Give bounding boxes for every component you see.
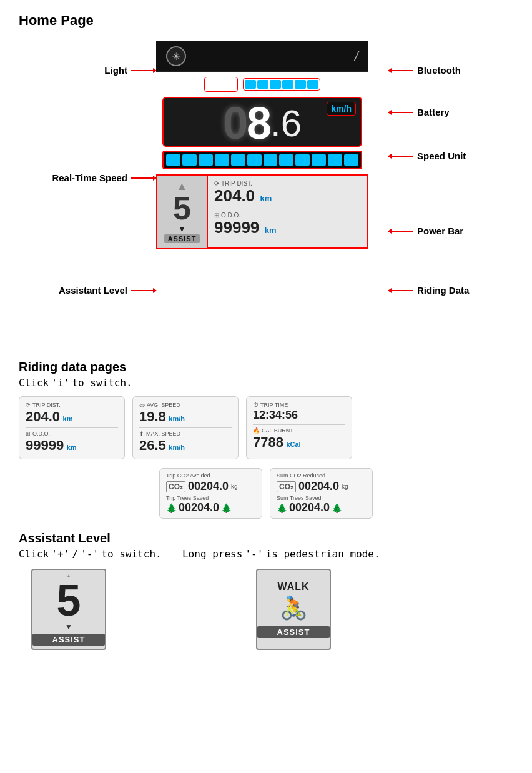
assist-subtitle-post: to switch. — [101, 548, 161, 560]
card2-avg-label: 🏎 AVG. SPEED — [139, 402, 232, 408]
co2-icon: CO₂ — [166, 481, 185, 492]
card1-odo-label: ⊞ O.D.O. — [26, 431, 118, 437]
light-annotation: Light — [104, 65, 156, 76]
subtitle-post: to switch. — [72, 377, 132, 389]
battery-cell — [270, 80, 281, 89]
power-bar-annotation: Power Bar — [388, 226, 463, 236]
power-cell — [247, 154, 262, 166]
assist-minus-key: '-' — [81, 548, 99, 560]
subtitle-key: 'i' — [51, 377, 69, 389]
battery-annotation: Battery — [388, 107, 450, 117]
odo-value: 99999 — [214, 218, 259, 237]
speed-integer-leading: 0 — [223, 101, 247, 146]
riding-data-section-title: Riding data pages — [19, 360, 513, 374]
card3-time-label: ⏱ TRIP TIME — [253, 402, 345, 408]
divider — [214, 209, 360, 209]
assistant-level-label: Assistant Level — [59, 285, 127, 296]
card2-max-value: 26.5 km/h — [139, 437, 232, 454]
light-icon — [166, 46, 186, 66]
assistant-section-title: Assistant Level — [19, 531, 513, 546]
co2-card2-tree-value: 🌲 00204.0 🌲 — [277, 501, 366, 514]
trip-dist-value: 204.0 — [214, 186, 255, 205]
bluetooth-label: Bluetooth — [417, 65, 461, 76]
data-cards-row: ⟳ TRIP DIST. 204.0 km ⊞ O.D.O. 99999 km … — [19, 396, 513, 459]
co2-card2-tree-title: Sum Trees Saved — [277, 495, 366, 501]
assistant-level-section: Assistant Level Click '+' / '-' to switc… — [19, 531, 513, 650]
co2-card2-title: Sum CO2 Reduced — [277, 472, 366, 479]
odo-unit: km — [265, 226, 277, 235]
co2-cards-row: Trip CO2 Avoided CO₂ 00204.0 kg Trip Tre… — [19, 468, 513, 519]
power-cell — [328, 154, 342, 166]
assist-big-label: ASSIST — [32, 634, 105, 646]
battery-label: Battery — [417, 107, 450, 117]
riding-data-label: Riding Data — [417, 285, 469, 296]
assistant-section-subtitle: Click '+' / '-' to switch. Long press '-… — [19, 548, 513, 560]
riding-data-annotation: Riding Data — [388, 285, 469, 296]
co2-card-2: Sum CO2 Reduced CO₂ 00204.0 kg Sum Trees… — [270, 468, 373, 519]
speed-unit-label: Speed Unit — [417, 151, 466, 161]
power-cell — [199, 154, 213, 166]
assist-big-box: ▲ 5 ▼ ASSIST — [31, 569, 106, 650]
long-press-key: '-' — [245, 548, 263, 560]
assist-panel: ▲ 5 ▼ ASSIST — [157, 176, 207, 248]
subtitle-pre: Click — [19, 377, 49, 389]
walk-bike-icon: 🚴 — [280, 595, 308, 621]
assist-down-arrow: ▼ — [65, 622, 72, 631]
real-time-speed-annotation: Real-Time Speed — [52, 172, 156, 183]
battery-row: 100% — [156, 72, 368, 94]
co2-icon-2: CO₂ — [277, 481, 296, 492]
co2-card2-value-row: CO₂ 00204.0 kg — [277, 480, 366, 493]
assist-arrow-down: ▼ — [178, 224, 187, 233]
power-bar-label: Power Bar — [417, 226, 463, 236]
assistant-level-annotation: Assistant Level — [59, 285, 156, 296]
battery-cell — [282, 80, 293, 89]
battery-bar — [243, 78, 320, 91]
data-card-2: 🏎 AVG. SPEED 19.8 km/h ⬆ MAX. SPEED 26.5… — [132, 396, 239, 459]
riding-data-section: Riding data pages Click 'i' to switch. ⟳… — [19, 360, 513, 519]
battery-percent: 100% — [204, 77, 239, 92]
power-bar — [162, 151, 362, 169]
long-press-pre: Long press — [182, 548, 242, 560]
walk-assist-box: WALK 🚴 ASSIST — [256, 569, 331, 650]
power-cell — [166, 154, 180, 166]
co2-card1-title: Trip CO2 Avoided — [166, 472, 255, 479]
odo-row: ⊞ O.D.O. 99999 km — [214, 212, 360, 237]
co2-card1-tree-value: 🌲 00204.0 🌲 — [166, 501, 255, 514]
trip-dist-unit: km — [260, 194, 272, 203]
home-section: Light Real-Time Speed Assistant Level / — [19, 41, 513, 341]
card2-avg-value: 19.8 km/h — [139, 409, 232, 425]
power-bar-inner — [166, 154, 358, 166]
battery-cell — [307, 80, 318, 89]
power-cell — [264, 154, 278, 166]
walk-assist-label: ASSIST — [257, 626, 330, 638]
co2-card1-tree-title: Trip Trees Saved — [166, 495, 255, 501]
speed-decimal: .6 — [270, 102, 302, 145]
card3-divider — [253, 424, 345, 425]
right-annotations: Bluetooth Battery Speed Unit Power Bar R… — [388, 41, 513, 341]
light-label: Light — [104, 65, 127, 76]
assist-label: ASSIST — [164, 234, 200, 243]
ebike-display: / 100% km/h 0 8 .6 — [156, 41, 368, 249]
co2-card1-value-row: CO₂ 00204.0 kg — [166, 480, 255, 493]
power-cell — [231, 154, 245, 166]
real-time-speed-label: Real-Time Speed — [52, 172, 127, 183]
power-cell — [312, 154, 326, 166]
assist-display-row: ▲ 5 ▼ ASSIST WALK 🚴 ASSIST — [19, 569, 513, 650]
assist-slash: / — [72, 548, 78, 560]
bluetooth-icon: / — [355, 48, 358, 64]
data-card-1: ⟳ TRIP DIST. 204.0 km ⊞ O.D.O. 99999 km — [19, 396, 125, 459]
walk-label-top: WALK — [277, 581, 309, 592]
data-panel: ⟳ TRIP DIST. 204.0 km ⊞ O.D.O. 99999 k — [207, 176, 367, 248]
display-top-bar: / — [156, 41, 368, 72]
card3-cal-value: 7788 kCal — [253, 434, 345, 451]
power-cell — [182, 154, 197, 166]
card3-time-value: 12:34:56 — [253, 409, 345, 422]
page-title: Home Page — [19, 12, 513, 29]
speed-display: km/h 0 8 .6 — [162, 97, 362, 147]
speed-integer: 8 — [247, 101, 270, 146]
assist-plus-key: '+' — [51, 548, 69, 560]
power-cell — [295, 154, 310, 166]
card2-max-label: ⬆ MAX. SPEED — [139, 431, 232, 437]
assist-big-number: 5 — [57, 579, 81, 622]
card1-trip-value: 204.0 km — [26, 409, 118, 425]
